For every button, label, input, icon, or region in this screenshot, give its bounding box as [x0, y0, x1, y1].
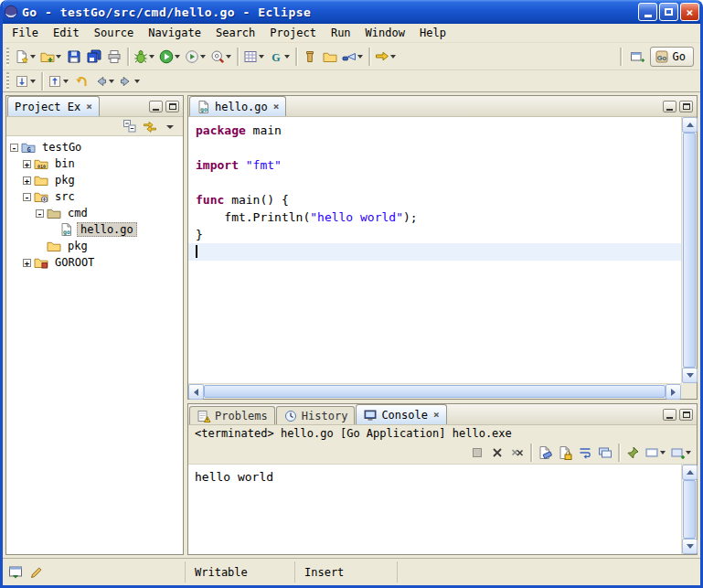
menu-run[interactable]: Run — [324, 25, 358, 41]
maximize-editor-button[interactable] — [679, 101, 693, 112]
terminate-button[interactable] — [467, 442, 487, 464]
tree-item-testgo[interactable]: -GtestGo — [6, 139, 183, 155]
link-with-editor-button[interactable] — [141, 118, 159, 135]
scroll-left-button[interactable] — [188, 384, 204, 400]
menu-navigate[interactable]: Navigate — [141, 25, 208, 41]
minimize-button[interactable] — [638, 3, 657, 21]
scroll-track[interactable] — [682, 480, 697, 539]
menu-window[interactable]: Window — [358, 25, 412, 41]
close-tab-icon[interactable]: × — [86, 101, 92, 112]
remove-launch-button[interactable] — [487, 442, 507, 464]
next-annotation-button[interactable] — [13, 72, 38, 91]
go-grid-button[interactable] — [241, 46, 267, 68]
scroll-thumb[interactable] — [683, 480, 696, 539]
tree-item-hello-go[interactable]: gohello.go — [6, 221, 183, 238]
run-history-button[interactable] — [183, 46, 208, 68]
menu-file[interactable]: File — [5, 25, 46, 41]
trim-edit-button[interactable] — [27, 563, 46, 581]
scroll-down-button[interactable] — [682, 539, 698, 554]
scroll-lock-button[interactable] — [555, 442, 575, 464]
maximize-button[interactable] — [659, 3, 678, 21]
collapse-icon[interactable]: - — [10, 144, 18, 152]
scroll-up-button[interactable] — [682, 117, 698, 133]
dropdown-arrow-icon[interactable] — [175, 55, 180, 59]
scroll-thumb[interactable] — [204, 385, 666, 398]
tree-item-pkg[interactable]: pkg — [6, 238, 183, 254]
code-editor[interactable]: package mainimport "fmt"func main() { fm… — [188, 117, 681, 383]
menu-source[interactable]: Source — [87, 25, 141, 41]
remove-all-launches-button[interactable] — [507, 442, 527, 464]
code-line[interactable] — [188, 139, 681, 156]
code-line[interactable]: import "fmt" — [188, 156, 681, 174]
code-line[interactable] — [188, 243, 681, 261]
code-line[interactable]: fmt.Println("hello world"); — [188, 208, 681, 226]
save-button[interactable] — [64, 46, 84, 68]
save-all-button[interactable] — [84, 46, 104, 68]
editor-vertical-scrollbar[interactable] — [681, 117, 697, 383]
forward-button[interactable] — [117, 72, 143, 91]
print-button[interactable] — [104, 46, 124, 68]
toolbar-grip[interactable] — [6, 48, 9, 66]
tab-console[interactable]: Console× — [356, 404, 446, 424]
maximize-console-button[interactable] — [679, 409, 693, 421]
new-folder-button[interactable] — [38, 46, 64, 68]
close-tab-icon[interactable]: × — [273, 101, 280, 112]
tree-item-goroot[interactable]: +GOROOT — [6, 254, 183, 271]
maximize-view-button[interactable] — [165, 101, 179, 112]
dropdown-arrow-icon[interactable] — [390, 55, 396, 59]
tree-item-src[interactable]: -src — [6, 188, 183, 205]
collapse-icon[interactable]: - — [36, 209, 44, 218]
team-sync-button[interactable] — [373, 46, 399, 68]
fast-view-button[interactable] — [6, 563, 25, 581]
expand-icon[interactable]: + — [23, 160, 31, 168]
dropdown-arrow-icon[interactable] — [660, 451, 666, 454]
dropdown-arrow-icon[interactable] — [134, 80, 140, 83]
menu-search[interactable]: Search — [208, 25, 262, 41]
dropdown-arrow-icon[interactable] — [30, 55, 36, 59]
tree-item-bin[interactable]: +010bin — [6, 155, 183, 172]
dropdown-arrow-icon[interactable] — [149, 55, 154, 59]
standard-streams-button[interactable] — [595, 442, 615, 464]
expand-icon[interactable]: + — [23, 259, 31, 267]
go-perspective-button[interactable]: Go Go — [650, 47, 694, 67]
back-button[interactable] — [91, 72, 117, 91]
expand-icon[interactable]: + — [23, 176, 31, 185]
scroll-up-button[interactable] — [682, 465, 698, 480]
code-line[interactable]: } — [188, 226, 681, 243]
dropdown-arrow-icon[interactable] — [63, 80, 69, 83]
tab-history[interactable]: History — [276, 406, 356, 424]
close-tab-icon[interactable]: × — [433, 409, 440, 421]
clear-console-button[interactable] — [535, 442, 555, 464]
display-selected-button[interactable] — [643, 442, 668, 464]
open-folder-button[interactable] — [320, 46, 340, 68]
minimize-editor-button[interactable] — [663, 101, 676, 112]
tab-project-explorer[interactable]: Project Ex × — [7, 96, 100, 116]
minimize-console-button[interactable] — [663, 409, 676, 421]
prev-annotation-button[interactable] — [46, 72, 71, 91]
close-button[interactable]: × — [680, 3, 699, 21]
dropdown-arrow-icon[interactable] — [226, 55, 231, 59]
open-perspective-button[interactable] — [627, 46, 647, 68]
titlebar[interactable]: Go - testGo/src/cmd/hello.go - Eclipse × — [0, 0, 703, 24]
last-edit-location-button[interactable] — [71, 72, 91, 91]
view-menu-button[interactable] — [161, 118, 179, 135]
tree-item-pkg[interactable]: +pkg — [6, 172, 183, 188]
toolbar-grip[interactable] — [6, 72, 9, 91]
dropdown-arrow-icon[interactable] — [200, 55, 206, 59]
code-line[interactable] — [188, 174, 681, 191]
menu-help[interactable]: Help — [412, 25, 453, 41]
editor-horizontal-scrollbar[interactable] — [188, 383, 681, 399]
search-button[interactable] — [340, 46, 366, 68]
go-new-button[interactable]: G — [267, 46, 293, 68]
dropdown-arrow-icon[interactable] — [357, 55, 363, 59]
pin-console-button[interactable] — [623, 442, 643, 464]
dropdown-arrow-icon[interactable] — [109, 80, 114, 83]
collapse-icon[interactable]: - — [23, 193, 31, 201]
dropdown-arrow-icon[interactable] — [284, 55, 290, 59]
console-output[interactable]: hello world — [188, 465, 681, 554]
code-line[interactable]: func main() { — [188, 191, 681, 208]
menu-project[interactable]: Project — [262, 25, 324, 41]
menu-edit[interactable]: Edit — [46, 25, 87, 41]
dropdown-arrow-icon[interactable] — [686, 451, 691, 454]
collapse-all-button[interactable] — [121, 118, 139, 135]
